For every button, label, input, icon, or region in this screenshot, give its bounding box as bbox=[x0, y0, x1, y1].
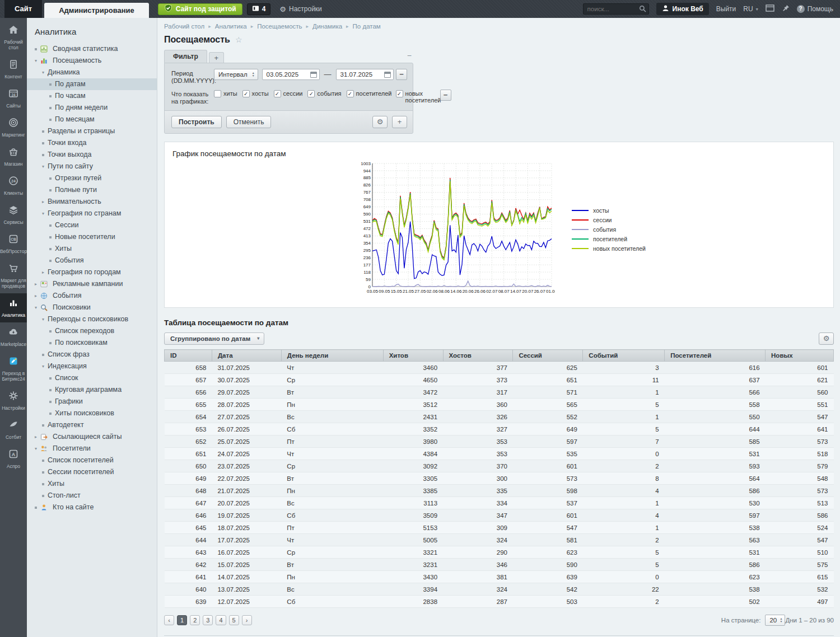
rail-item-bitrix24[interactable]: Переход в Битрикс24 bbox=[0, 352, 27, 386]
sidebar-item[interactable]: ▾Переходы с поисковиков bbox=[27, 313, 157, 325]
sidebar-item[interactable]: ▾Поисковики bbox=[27, 302, 157, 313]
table-cell-link[interactable]: 4 bbox=[583, 485, 665, 497]
table-cell-link[interactable]: 601 bbox=[513, 460, 583, 472]
panel-icon[interactable] bbox=[766, 4, 774, 13]
tab-site[interactable]: Сайт bbox=[4, 0, 42, 18]
table-cell-link[interactable]: 575 bbox=[766, 559, 834, 571]
column-header[interactable]: Хитов bbox=[383, 350, 443, 362]
date-from-input[interactable]: 03.05.2025 bbox=[262, 69, 320, 80]
tab-admin[interactable]: Администрирование bbox=[44, 3, 149, 18]
table-cell-link[interactable]: 615 bbox=[766, 571, 834, 583]
table-cell-link[interactable]: 11 bbox=[583, 374, 665, 386]
table-cell-link[interactable]: 585 bbox=[665, 435, 766, 448]
date-to-input[interactable]: 31.07.2025 bbox=[336, 69, 394, 80]
table-cell-link[interactable]: 558 bbox=[665, 399, 766, 411]
rail-item-store[interactable]: Магазин bbox=[0, 142, 27, 171]
sidebar-item[interactable]: ▸География по городам bbox=[27, 266, 157, 278]
table-cell-link[interactable]: 2 bbox=[583, 534, 665, 546]
sidebar-item[interactable]: Стоп-лист bbox=[27, 490, 157, 502]
sidebar-item[interactable]: Точки выхода bbox=[27, 149, 157, 161]
rail-item-webprostor[interactable]: СВВебПростор bbox=[0, 229, 27, 259]
calendar-icon[interactable] bbox=[310, 72, 317, 78]
table-cell-link[interactable]: 579 bbox=[766, 460, 834, 472]
sidebar-item[interactable]: Графики bbox=[27, 396, 157, 408]
sidebar-item[interactable]: Разделы и страницы bbox=[27, 125, 157, 137]
table-cell-link[interactable]: 3394 bbox=[383, 583, 443, 596]
sidebar-item[interactable]: ▸Рекламные кампании bbox=[27, 278, 157, 290]
cancel-button[interactable]: Отменить bbox=[226, 116, 272, 128]
table-cell-link[interactable]: 590 bbox=[513, 559, 583, 571]
table-cell-link[interactable]: 3113 bbox=[383, 497, 443, 509]
breadcrumb-item[interactable]: Аналитика bbox=[215, 23, 247, 30]
rail-item-services[interactable]: Сервисы bbox=[0, 200, 27, 229]
table-cell-link[interactable]: 651 bbox=[513, 374, 583, 386]
calendar-icon[interactable] bbox=[384, 72, 391, 78]
pin-icon[interactable] bbox=[782, 4, 790, 14]
prev-page-button[interactable]: ‹ bbox=[164, 615, 174, 625]
table-cell-link[interactable]: 552 bbox=[513, 411, 583, 423]
table-cell-link[interactable]: 3092 bbox=[383, 460, 443, 472]
table-cell-link[interactable]: 8 bbox=[583, 472, 665, 485]
table-cell-link[interactable]: 3472 bbox=[383, 386, 443, 399]
sidebar-item[interactable]: ▸События bbox=[27, 290, 157, 302]
filter-add-button[interactable]: + bbox=[392, 116, 407, 128]
rail-item-settings[interactable]: Настройки bbox=[0, 386, 27, 415]
table-cell-link[interactable]: 623 bbox=[665, 571, 766, 583]
rail-item-analytics[interactable]: Аналитика bbox=[0, 293, 27, 322]
table-cell-link[interactable]: 4 bbox=[583, 509, 665, 522]
sidebar-item[interactable]: ▾Пути по сайту bbox=[27, 161, 157, 172]
table-cell-link[interactable]: 623 bbox=[513, 546, 583, 559]
rail-item-content[interactable]: Контент bbox=[0, 55, 27, 84]
column-header[interactable]: Сессий bbox=[513, 350, 583, 362]
table-cell-link[interactable]: 641 bbox=[766, 423, 834, 435]
help-link[interactable]: ? Помощь bbox=[797, 5, 833, 13]
table-cell-link[interactable]: 593 bbox=[665, 460, 766, 472]
sidebar-item[interactable]: По датам bbox=[27, 78, 157, 90]
column-header[interactable]: ID bbox=[165, 350, 212, 362]
table-cell-link[interactable]: 503 bbox=[513, 596, 583, 608]
table-cell-link[interactable]: 548 bbox=[766, 472, 834, 485]
table-cell-link[interactable]: 542 bbox=[513, 583, 583, 596]
table-cell-link[interactable]: 550 bbox=[665, 411, 766, 423]
sidebar-item[interactable]: Сессии bbox=[27, 219, 157, 231]
column-header[interactable]: Новых bbox=[766, 350, 834, 362]
table-cell-link[interactable]: 3 bbox=[583, 362, 665, 374]
notifications-button[interactable]: 4 bbox=[247, 3, 271, 15]
table-cell-link[interactable]: 571 bbox=[513, 386, 583, 399]
table-cell-link[interactable]: 639 bbox=[513, 571, 583, 583]
table-cell-link[interactable]: 535 bbox=[513, 448, 583, 460]
table-cell-link[interactable]: 532 bbox=[766, 583, 834, 596]
filter-checkbox[interactable]: ✓новых посетителей bbox=[396, 90, 440, 104]
page-button[interactable]: 5 bbox=[229, 615, 239, 625]
sidebar-item[interactable]: Список посетителей bbox=[27, 455, 157, 466]
table-cell-link[interactable]: 547 bbox=[513, 522, 583, 534]
rail-item-market-sellers[interactable]: Маркет для продавцов bbox=[0, 259, 27, 293]
table-cell-link[interactable]: 518 bbox=[766, 448, 834, 460]
sidebar-item[interactable]: ▾Индексация bbox=[27, 360, 157, 372]
table-cell-link[interactable]: 573 bbox=[513, 472, 583, 485]
table-cell-link[interactable]: 510 bbox=[766, 546, 834, 559]
table-cell-link[interactable]: 547 bbox=[766, 411, 834, 423]
column-header[interactable]: День недели bbox=[281, 350, 383, 362]
sidebar-item[interactable]: Полные пути bbox=[27, 184, 157, 196]
filter-checkbox[interactable]: ✓сессии bbox=[274, 90, 303, 104]
breadcrumb-item[interactable]: По датам bbox=[353, 23, 381, 30]
site-protected-button[interactable]: Сайт под защитой bbox=[158, 3, 242, 15]
table-cell-link[interactable]: 3509 bbox=[383, 509, 443, 522]
search-icon[interactable] bbox=[639, 5, 646, 14]
table-cell-link[interactable]: 586 bbox=[665, 559, 766, 571]
table-cell-link[interactable]: 573 bbox=[766, 435, 834, 448]
table-cell-link[interactable]: 3305 bbox=[383, 472, 443, 485]
filter-tab[interactable]: Фильтр bbox=[164, 50, 207, 63]
table-cell-link[interactable]: 547 bbox=[766, 534, 834, 546]
sidebar-item[interactable]: ▸Внимательность bbox=[27, 196, 157, 208]
table-cell-link[interactable]: 3352 bbox=[383, 423, 443, 435]
column-header[interactable]: Посетителей bbox=[665, 350, 766, 362]
filter-checkbox[interactable]: хиты bbox=[214, 90, 237, 104]
table-cell-link[interactable]: 566 bbox=[665, 386, 766, 399]
breadcrumb-item[interactable]: Динамика bbox=[312, 23, 342, 30]
table-cell-link[interactable]: 5005 bbox=[383, 534, 443, 546]
table-cell-link[interactable]: 3980 bbox=[383, 435, 443, 448]
sidebar-item[interactable]: Точки входа bbox=[27, 137, 157, 149]
table-cell-link[interactable]: 538 bbox=[665, 583, 766, 596]
